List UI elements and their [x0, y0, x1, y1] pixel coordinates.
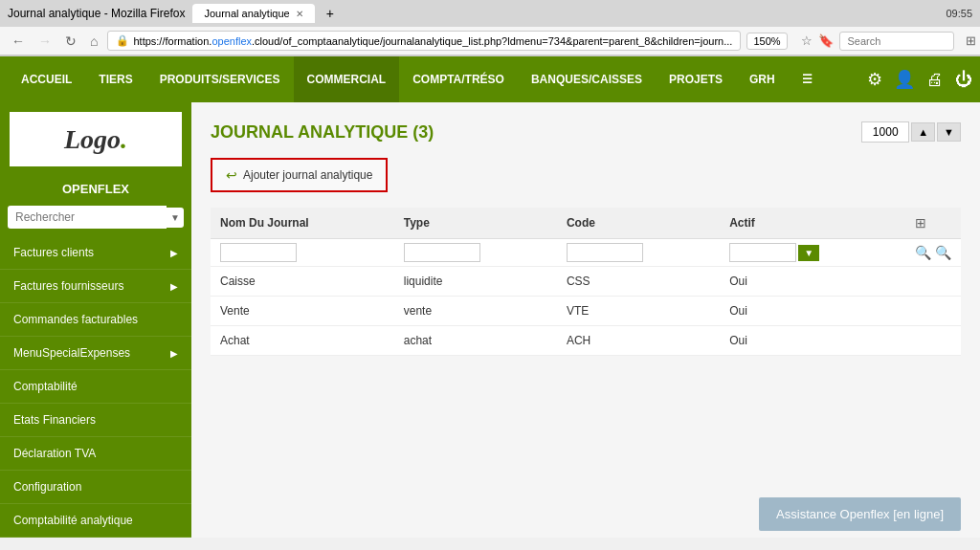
sidebar-item-label: Déclaration TVA	[13, 447, 96, 460]
sidebar-brand: OPENFLEX	[0, 176, 191, 206]
filter-actif-input[interactable]	[729, 243, 796, 262]
actif-dropdown-arrow[interactable]: ▼	[798, 245, 819, 261]
sidebar-search-dropdown[interactable]: ▼	[167, 208, 184, 228]
filter-code-cell	[557, 239, 720, 267]
nav-print-icon[interactable]: 🖨	[926, 70, 944, 90]
table-row[interactable]: Achat achat ACH Oui	[211, 326, 961, 356]
zoom-level[interactable]: 150%	[746, 33, 787, 50]
forward-button[interactable]: →	[34, 32, 56, 51]
sidebar-arrow-icon: ▶	[170, 248, 178, 258]
nav-profile-icon[interactable]: 👤	[894, 69, 915, 90]
assistance-button[interactable]: Assistance Openflex [en ligne]	[759, 497, 961, 531]
actif-dropdown: ▼	[729, 243, 896, 262]
sidebar-menu: Factures clients ▶ Factures fournisseurs…	[0, 236, 191, 538]
cell-actions	[905, 267, 961, 297]
nav-accueil[interactable]: ACCUEIL	[8, 56, 85, 102]
sidebar-item-label: Comptabilité	[13, 380, 78, 393]
tab-label: Journal analytique	[204, 8, 289, 19]
sidebar-item-factures-fournisseurs[interactable]: Factures fournisseurs ▶	[0, 270, 191, 303]
filter-type-cell	[394, 239, 557, 267]
back-button[interactable]: ←	[8, 32, 29, 51]
cell-actif: Oui	[720, 267, 905, 297]
new-tab-icon[interactable]: +	[326, 6, 334, 21]
pagination-input[interactable]: 1000	[861, 121, 909, 143]
nav-hamburger[interactable]: ☰	[789, 56, 826, 102]
table-grid-icon[interactable]: ⊞	[915, 215, 926, 231]
nav-commercial[interactable]: COMMERCIAL	[294, 56, 400, 102]
browser-title: Journal analytique - Mozilla Firefox	[8, 7, 185, 20]
add-journal-button[interactable]: ↩ Ajouter journal analytique	[211, 158, 388, 192]
table-body: Caisse liquidite CSS Oui Vente vente VTE…	[211, 267, 961, 356]
sidebar-logo: Logo.	[10, 112, 182, 166]
cell-code: ACH	[557, 326, 720, 356]
nav-settings-icon[interactable]: ⚙	[867, 69, 882, 90]
table-row[interactable]: Vente vente VTE Oui	[211, 297, 961, 326]
tab-close-icon[interactable]: ✕	[296, 9, 303, 19]
sidebar-search-input[interactable]	[8, 206, 167, 229]
cell-actif: Oui	[720, 326, 905, 356]
browser-action-icons: ☆ 🔖	[801, 33, 834, 48]
cell-code: CSS	[557, 267, 720, 297]
nav-projets[interactable]: PROJETS	[656, 56, 736, 102]
sidebar-item-comptabilite-analytique[interactable]: Comptabilité analytique	[0, 504, 191, 538]
cell-code: VTE	[557, 297, 720, 326]
sidebar-item-label: Comptabilité analytique	[13, 514, 133, 527]
sidebar-item-commandes[interactable]: Commandes facturables	[0, 303, 191, 337]
cell-type: achat	[394, 326, 557, 356]
nav-action-icons: ⚙ 👤 🖨 ⏻	[867, 69, 972, 90]
sidebar-toggle-icon[interactable]: ⊞	[966, 33, 976, 48]
table-filter-row: ▼ 🔍 🔍	[211, 239, 961, 267]
pocket-icon[interactable]: 🔖	[818, 33, 834, 48]
pagination-up[interactable]: ▲	[911, 122, 935, 142]
url-bar[interactable]: 🔒 https://formation.openflex.cloud/of_co…	[107, 31, 741, 51]
sidebar-item-menu-special[interactable]: MenuSpecialExpenses ▶	[0, 337, 191, 370]
cell-nom: Achat	[211, 326, 394, 356]
filter-type-input[interactable]	[404, 243, 480, 262]
nav-produits[interactable]: PRODUITS/SERVICES	[146, 56, 294, 102]
filter-actif-cell: ▼	[720, 239, 905, 267]
browser-toolbar: ← → ↻ ⌂ 🔒 https://formation.openflex.clo…	[0, 27, 980, 55]
nav-tiers[interactable]: TIERS	[85, 56, 145, 102]
sidebar-item-comptabilite[interactable]: Comptabilité	[0, 370, 191, 404]
nav-power-icon[interactable]: ⏻	[955, 70, 972, 90]
sidebar-item-label: MenuSpecialExpenses	[13, 346, 130, 360]
pagination-down[interactable]: ▼	[937, 122, 961, 142]
sidebar: Logo. OPENFLEX ▼ Factures clients ▶ Fact…	[0, 102, 191, 538]
browser-search-input[interactable]	[839, 32, 954, 51]
journal-table: Nom Du Journal Type Code Actif ⊞	[211, 208, 961, 356]
nav-items: ACCUEIL TIERS PRODUITS/SERVICES COMMERCI…	[8, 56, 867, 102]
main-content: JOURNAL ANALYTIQUE (3) 1000 ▲ ▼ ↩ Ajoute…	[191, 102, 980, 538]
search-icon[interactable]: 🔍	[915, 245, 931, 260]
star-icon[interactable]: ☆	[801, 33, 813, 48]
browser-tab: Journal analytique ✕	[192, 4, 314, 23]
home-button[interactable]: ⌂	[86, 32, 101, 51]
cell-actions	[905, 326, 961, 356]
cell-actif: Oui	[720, 297, 905, 326]
clear-search-icon[interactable]: 🔍	[935, 245, 951, 260]
cell-actions	[905, 297, 961, 326]
filter-code-input[interactable]	[567, 243, 643, 262]
cell-type: vente	[394, 297, 557, 326]
browser-time: 09:55	[946, 8, 972, 19]
filter-nom-input[interactable]	[220, 243, 297, 262]
table-row[interactable]: Caisse liquidite CSS Oui	[211, 267, 961, 297]
nav-grh[interactable]: GRH	[736, 56, 789, 102]
add-button-label: Ajouter journal analytique	[243, 168, 372, 182]
sidebar-item-factures-clients[interactable]: Factures clients ▶	[0, 236, 191, 270]
sidebar-search-container: ▼	[8, 206, 184, 229]
col-type-header: Type	[394, 208, 557, 239]
nav-compta[interactable]: COMPTA/TRÉSO	[399, 56, 518, 102]
top-navigation: ACCUEIL TIERS PRODUITS/SERVICES COMMERCI…	[0, 56, 980, 102]
add-icon: ↩	[226, 167, 237, 183]
sidebar-item-label: Etats Financiers	[13, 413, 96, 427]
sidebar-item-declaration-tva[interactable]: Déclaration TVA	[0, 437, 191, 471]
sidebar-item-label: Commandes facturables	[13, 313, 138, 326]
sidebar-item-configuration[interactable]: Configuration	[0, 471, 191, 504]
sidebar-item-etats-financiers[interactable]: Etats Financiers	[0, 404, 191, 437]
filter-nom-cell	[211, 239, 394, 267]
nav-banques[interactable]: BANQUES/CAISSES	[518, 56, 656, 102]
sidebar-item-label: Factures clients	[13, 246, 94, 259]
col-nom-header: Nom Du Journal	[211, 208, 394, 239]
cell-type: liquidite	[394, 267, 557, 297]
refresh-button[interactable]: ↻	[61, 32, 80, 51]
